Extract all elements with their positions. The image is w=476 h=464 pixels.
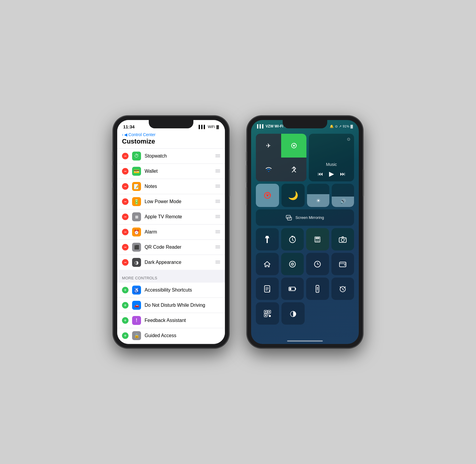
list-item[interactable]: − ◑ Dark Appearance (117, 255, 225, 270)
airplay-icon[interactable]: ⊙ (347, 137, 350, 141)
brightness-slider[interactable]: ☀ (307, 184, 329, 207)
back-button[interactable]: ‹ ◀ Control Center (122, 132, 220, 137)
svg-rect-5 (286, 215, 290, 218)
mute-button-r[interactable] (246, 152, 247, 161)
drag-handle[interactable] (215, 230, 220, 234)
notes-cc-button[interactable] (256, 278, 279, 300)
alarm-icon: ⏰ (132, 228, 141, 236)
remove-button[interactable]: − (122, 229, 129, 235)
svg-point-30 (317, 287, 318, 288)
music-tile[interactable]: ⊙ Music ⏮ ▶ ⏭ (309, 134, 354, 181)
item-label: Do Not Disturb While Driving (145, 303, 220, 308)
flashlight-button[interactable] (256, 228, 279, 250)
rotation-lock-button[interactable] (256, 184, 279, 207)
camera-button[interactable] (331, 228, 354, 250)
right-phone-screen: ▌▌▌ VZW Wi-Fi ⊙ VPN 🔔 ⊙ ↗ 91% ▓ (251, 120, 359, 344)
remove-button[interactable]: − (122, 259, 129, 266)
volume-up-button[interactable] (112, 165, 113, 183)
more-controls-header: MORE CONTROLS (117, 270, 225, 283)
item-label: QR Code Reader (145, 245, 212, 250)
list-item[interactable]: + 👂 Hearing (117, 343, 225, 344)
cellular-button[interactable] (281, 134, 306, 158)
svg-point-12 (319, 239, 320, 240)
calculator-button[interactable] (306, 228, 329, 250)
next-button[interactable]: ⏭ (340, 171, 345, 177)
volume-down-button[interactable] (112, 187, 113, 205)
power-button[interactable] (229, 169, 230, 196)
alarm-cc-button[interactable] (331, 278, 354, 300)
timer-button[interactable] (281, 228, 304, 250)
notes-cc-icon (264, 285, 271, 293)
list-item[interactable]: + 🚗 Do Not Disturb While Driving (117, 298, 225, 313)
svg-rect-27 (295, 288, 296, 290)
list-item[interactable]: + ♿ Accessibility Shortcuts (117, 283, 225, 298)
add-button[interactable]: + (122, 317, 129, 324)
add-button[interactable]: + (122, 287, 129, 293)
home-button[interactable] (256, 253, 279, 275)
power-button-r[interactable] (363, 169, 364, 196)
svg-rect-31 (317, 291, 318, 291)
focus-button[interactable] (281, 253, 304, 275)
list-item[interactable]: − ▦ Apple TV Remote (117, 209, 225, 225)
volume-up-button-r[interactable] (246, 165, 247, 183)
notes-icon: 📝 (132, 182, 141, 191)
list-item[interactable]: − 📝 Notes (117, 179, 225, 194)
wifi-icon: WiFi (208, 125, 215, 129)
back-label[interactable]: ◀ Control Center (124, 132, 156, 137)
signal-icon: ▌▌▌ (199, 125, 206, 129)
svg-point-1 (293, 145, 295, 147)
settings-scroll[interactable]: − ⏱ Stopwatch − 💳 Wallet (117, 149, 225, 344)
list-item[interactable]: − ⏰ Alarm (117, 225, 225, 240)
drag-handle[interactable] (215, 169, 220, 173)
page-title: Customize (122, 138, 220, 145)
wallet-cc-button[interactable] (331, 253, 354, 275)
mute-button[interactable] (112, 152, 113, 161)
wifi-button[interactable] (256, 158, 281, 181)
status-icons: ▌▌▌ WiFi ▓ (199, 125, 219, 129)
remove-button[interactable]: − (122, 244, 129, 250)
svg-rect-28 (289, 288, 291, 290)
remove-button[interactable]: − (122, 168, 129, 175)
drag-handle[interactable] (215, 261, 220, 264)
battery-cc-button[interactable] (281, 278, 304, 300)
remove-button[interactable]: − (122, 214, 129, 220)
qr-cc-button[interactable] (256, 302, 279, 325)
list-item[interactable]: − ⬛ QR Code Reader (117, 240, 225, 255)
add-button[interactable]: + (122, 332, 129, 339)
item-label: Guided Access (145, 333, 220, 338)
volume-slider[interactable]: 🔊 (332, 184, 354, 207)
add-button[interactable]: + (122, 302, 129, 309)
remove-button[interactable]: − (122, 153, 129, 159)
list-item[interactable]: − 🔋 Low Power Mode (117, 194, 225, 209)
cc-row-5 (256, 278, 354, 300)
prev-button[interactable]: ⏮ (318, 171, 323, 177)
drag-handle[interactable] (215, 215, 220, 219)
bluetooth-button[interactable] (281, 158, 306, 181)
remote-cc-button[interactable] (306, 278, 329, 300)
battery-cc-icon (289, 287, 296, 291)
notch (149, 120, 193, 128)
airplane-mode-button[interactable]: ✈ (256, 134, 281, 158)
do-not-disturb-button[interactable]: 🌙 (281, 184, 305, 207)
list-item[interactable]: + ! Feedback Assistant (117, 313, 225, 328)
connectivity-block[interactable]: ✈ (256, 134, 306, 181)
list-item[interactable]: − ⏱ Stopwatch (117, 149, 225, 164)
focus-icon (289, 260, 296, 268)
screen-mirroring-button[interactable]: Screen Mirroring (256, 209, 354, 226)
dark-appearance-icon: ◑ (132, 258, 141, 267)
remove-button[interactable]: − (122, 183, 129, 190)
remove-button[interactable]: − (122, 198, 129, 205)
drag-handle[interactable] (215, 185, 220, 188)
wallet-icon: 💳 (132, 167, 141, 176)
list-item[interactable]: − 💳 Wallet (117, 164, 225, 179)
drag-handle[interactable] (215, 200, 220, 203)
drag-handle[interactable] (215, 245, 220, 249)
scene: 11:34 ▌▌▌ WiFi ▓ ‹ ◀ Control Center Cust… (113, 116, 363, 348)
clock-button[interactable] (306, 253, 329, 275)
dark-mode-cc-button[interactable]: ◑ (281, 302, 305, 325)
volume-down-button-r[interactable] (246, 187, 247, 205)
svg-point-18 (345, 238, 345, 239)
alarm-cc-icon (339, 285, 347, 293)
play-button[interactable]: ▶ (329, 170, 334, 178)
drag-handle[interactable] (215, 154, 220, 158)
